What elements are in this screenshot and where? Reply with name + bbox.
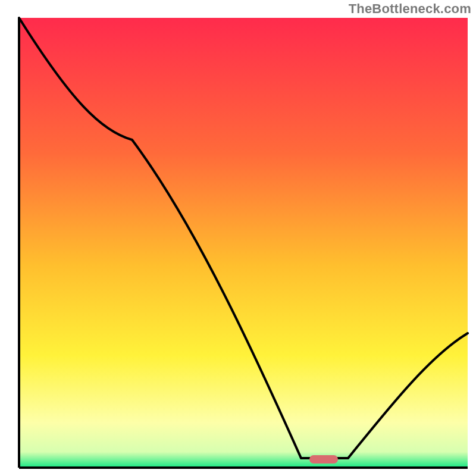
chart-stage: TheBottleneck.com	[0, 0, 476, 476]
gradient-plot-area	[19, 18, 468, 468]
bottleneck-chart	[0, 0, 476, 476]
optimal-marker	[309, 455, 338, 464]
